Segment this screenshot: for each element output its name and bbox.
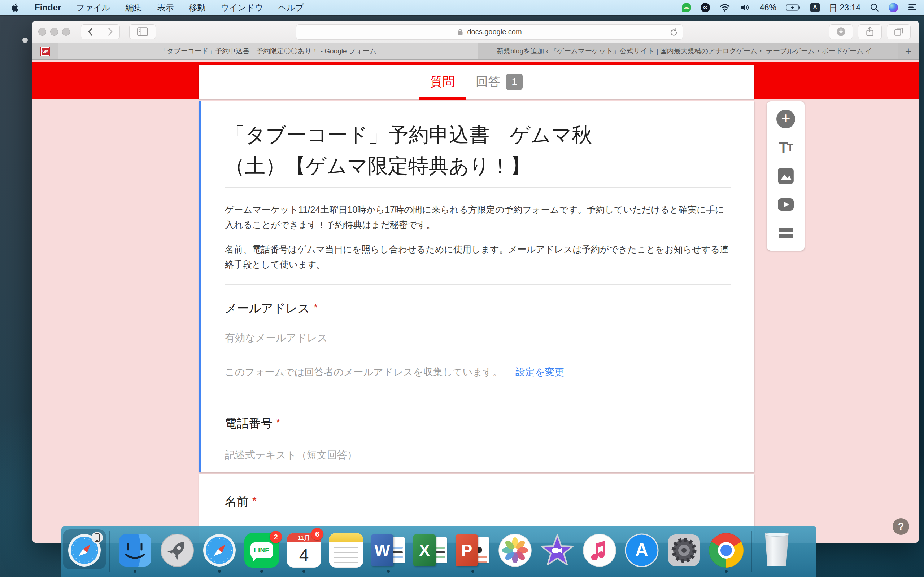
dock-item-word[interactable]: W: [371, 530, 406, 573]
safari-icon: [202, 533, 237, 567]
sidebar-toggle-button[interactable]: [129, 24, 156, 39]
phone-question-label: 電話番号 *: [225, 416, 730, 432]
menu-view[interactable]: 表示: [157, 2, 174, 13]
form-title-card[interactable]: 「タブーコード」予約申込書 ゲムマ秋 （土）【ゲムマ限定特典あり！】 ゲームマー…: [199, 102, 754, 472]
responses-label: 回答: [476, 74, 500, 90]
form-title[interactable]: 「タブーコード」予約申込書 ゲムマ秋 （土）【ゲムマ限定特典あり！】: [225, 119, 730, 181]
menu-clock[interactable]: 日 23:14: [829, 2, 861, 13]
phone-input[interactable]: 記述式テキスト（短文回答）: [225, 448, 483, 469]
email-label-text: メールアドレス: [225, 300, 310, 317]
dock-item-appstore[interactable]: A: [624, 530, 659, 573]
form-edit-toolbar: + TT: [767, 102, 804, 251]
creative-cloud-icon[interactable]: ∞: [701, 3, 710, 12]
battery-icon[interactable]: [786, 3, 801, 12]
tab-questions[interactable]: 質問: [430, 74, 455, 90]
calendar-badge: 6: [311, 528, 323, 540]
wifi-icon[interactable]: [719, 3, 730, 12]
dock-item-calendar[interactable]: 11月 4 6: [287, 530, 321, 573]
dock-divider: [109, 531, 110, 572]
tab-google-form[interactable]: 「タブーコード」予約申込書 予約限定〇〇あり！ - Google フォーム: [58, 43, 478, 59]
new-tab-button[interactable]: +: [898, 43, 919, 59]
form-description-1[interactable]: ゲームマーケット11/24土曜日10時から17時の間に来られる方限定の予約フォー…: [225, 202, 730, 232]
add-title-description-button[interactable]: TT: [775, 137, 796, 158]
back-button[interactable]: [81, 24, 100, 39]
lock-icon: [457, 28, 464, 36]
form-nav-card: 質問 回答 1: [199, 64, 754, 99]
dock-item-line[interactable]: LINE 2: [244, 530, 279, 573]
dock-item-system-preferences[interactable]: [667, 530, 701, 573]
spotlight-icon[interactable]: [870, 3, 879, 12]
dock-item-trash[interactable]: [759, 530, 794, 573]
form-title-line2: （土）【ゲムマ限定特典あり！】: [225, 150, 730, 181]
trash-icon: [763, 532, 790, 566]
add-section-button[interactable]: [775, 222, 796, 244]
dock-item-launchpad[interactable]: [160, 530, 195, 573]
photos-icon: [498, 533, 532, 567]
url-text: docs.google.com: [467, 28, 522, 36]
notes-icon: [329, 533, 363, 567]
downloads-button[interactable]: [829, 24, 853, 39]
page-content: 質問 回答 1 「タブーコード」予約申込書 ゲムマ秋 （土）【ゲムマ限定特典あり…: [32, 60, 919, 543]
email-input[interactable]: 有効なメールアドレス: [225, 331, 483, 351]
pinned-tab[interactable]: GM: [32, 43, 58, 59]
name-question-label: 名前 *: [225, 494, 730, 510]
zoom-window-button[interactable]: [62, 28, 70, 36]
form-title-line1: 「タブーコード」予約申込書 ゲムマ秋: [225, 119, 730, 150]
change-settings-link[interactable]: 設定を変更: [515, 366, 564, 379]
dock-item-finder[interactable]: [118, 530, 152, 573]
dock-item-chrome[interactable]: [709, 530, 743, 573]
dock-item-imovie[interactable]: [540, 530, 575, 573]
line-status-icon[interactable]: LINE: [682, 3, 691, 12]
tab-responses[interactable]: 回答 1: [476, 74, 523, 90]
help-button[interactable]: ?: [893, 518, 909, 535]
dock-item-powerpoint[interactable]: P: [456, 530, 490, 573]
browser-toolbar: docs.google.com: [32, 21, 919, 43]
calendar-day: 4: [287, 542, 321, 567]
form-description-2[interactable]: 名前、電話番号はゲムマ当日にを照らし合わせるために使用します。メールアドレスは予…: [225, 242, 730, 272]
menu-edit[interactable]: 編集: [126, 2, 142, 13]
menu-bar: Finder ファイル 編集 表示 移動 ウインドウ ヘルプ LINE ∞ 46…: [0, 0, 924, 15]
tab-gamemarket-blog[interactable]: 新規blogを追加 ‹ 『ゲームマーケット』公式サイト | 国内最大規模のアナロ…: [478, 43, 898, 59]
input-source-icon[interactable]: A: [810, 3, 820, 12]
tab-title: 新規blogを追加 ‹ 『ゲームマーケット』公式サイト | 国内最大規模のアナロ…: [497, 47, 879, 56]
phone-label-text: 電話番号: [225, 416, 273, 432]
system-preferences-icon: [667, 533, 701, 567]
reload-icon[interactable]: [670, 28, 678, 37]
line-badge: 2: [270, 531, 282, 543]
forward-button[interactable]: [100, 24, 120, 39]
line-app-icon: LINE 2: [244, 533, 279, 567]
email-collection-note: このフォームでは回答者のメールアドレスを収集しています。: [225, 366, 502, 379]
dock-item-safari[interactable]: [202, 530, 237, 573]
dock-item-safari-handoff[interactable]: [67, 530, 102, 573]
tab-overview-button[interactable]: [887, 24, 911, 39]
finder-icon: [118, 533, 152, 567]
minimize-window-button[interactable]: [50, 28, 58, 36]
menu-app-name[interactable]: Finder: [35, 3, 61, 13]
dock-item-excel[interactable]: X: [413, 530, 448, 573]
email-question-label: メールアドレス *: [225, 300, 730, 317]
notification-center-icon[interactable]: [908, 3, 918, 12]
apple-menu-icon[interactable]: [11, 3, 19, 12]
close-window-button[interactable]: [38, 28, 46, 36]
dock-item-photos[interactable]: [498, 530, 532, 573]
dock-item-notes[interactable]: [329, 530, 363, 573]
imovie-icon: [540, 533, 575, 567]
menu-file[interactable]: ファイル: [76, 2, 110, 13]
required-asterisk: *: [252, 494, 257, 510]
divider: [225, 284, 730, 285]
share-button[interactable]: [858, 24, 882, 39]
volume-icon[interactable]: [740, 3, 750, 12]
tab-bar: GM 「タブーコード」予約申込書 予約限定〇〇あり！ - Google フォーム…: [32, 43, 919, 60]
add-video-button[interactable]: [775, 193, 796, 215]
menu-window[interactable]: ウインドウ: [221, 2, 263, 13]
dock-item-itunes[interactable]: [582, 530, 617, 573]
divider: [225, 187, 730, 187]
safari-handoff-icon: [67, 533, 102, 567]
line-bubble: LINE: [250, 542, 273, 558]
address-bar[interactable]: docs.google.com: [296, 24, 683, 40]
add-question-button[interactable]: +: [775, 108, 796, 130]
siri-icon[interactable]: [888, 3, 898, 12]
add-image-button[interactable]: [775, 165, 796, 187]
menu-go[interactable]: 移動: [189, 2, 206, 13]
menu-help[interactable]: ヘルプ: [278, 2, 304, 13]
